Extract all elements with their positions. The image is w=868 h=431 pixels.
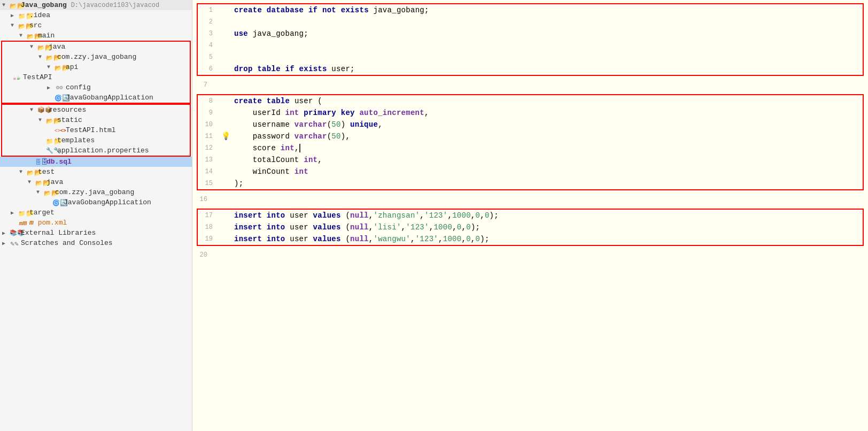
line-number-9: 9: [198, 107, 219, 119]
line-code-content-16[interactable]: [227, 194, 868, 205]
code-line-15: 15);: [198, 178, 863, 189]
code-section-red-8: 8create table user (9 userId int primary…: [197, 94, 864, 190]
tree-label-static: static: [57, 116, 82, 124]
code-section-red-17: 17insert into user values (null,'zhangsa…: [197, 209, 864, 246]
line-number-3: 3: [198, 28, 219, 40]
tree-item-test_java[interactable]: 📂java: [0, 177, 192, 187]
tree-item-test[interactable]: 📂test: [0, 167, 192, 177]
tree-item-db_sql[interactable]: 🗄db.sql: [0, 157, 192, 167]
line-code-content-6[interactable]: drop table if exists user;: [232, 63, 863, 75]
tree-item-test_com_zzy[interactable]: 📂com.zzy.java_gobang: [0, 187, 192, 197]
line-code-content-12[interactable]: score int,​: [232, 142, 863, 154]
tree-arrow-com_zzy[interactable]: [38, 54, 46, 60]
tree-label-idea: .idea: [29, 11, 50, 19]
tree-label-testapi_html: TestAPI.html: [66, 126, 116, 134]
tree-label-test: test: [38, 168, 55, 176]
line-code-content-13[interactable]: totalCount int,: [232, 154, 863, 166]
line-code-content-1[interactable]: create database if not exists java_goban…: [232, 4, 863, 16]
line-code-content-7[interactable]: [227, 79, 868, 91]
line-number-20: 20: [192, 249, 214, 261]
line-number-5: 5: [198, 51, 219, 63]
line-code-content-3[interactable]: use java_gobang;: [232, 28, 863, 40]
tree-arrow-scratches[interactable]: [2, 240, 10, 247]
code-line-6: 6drop table if exists user;: [198, 63, 863, 75]
line-code-content-4[interactable]: [232, 40, 863, 51]
tree-item-templates[interactable]: 📁templates: [2, 135, 190, 145]
tree-label-config: config: [66, 83, 91, 91]
line-code-content-2[interactable]: [232, 16, 863, 28]
tree-arrow-java[interactable]: [30, 44, 37, 50]
tree-item-idea[interactable]: 📁.idea: [0, 10, 192, 20]
tree-arrow-test[interactable]: [19, 169, 27, 175]
bulb-icon[interactable]: 💡: [221, 130, 230, 142]
icon-test_app: 🔄: [52, 199, 62, 206]
tree-label-com_zzy: com.zzy.java_gobang: [57, 53, 136, 61]
file-tree[interactable]: 📂Java_gobang D:\javacode1103\javacod📁.id…: [0, 0, 192, 431]
code-line-17: 17insert into user values (null,'zhangsa…: [198, 210, 863, 221]
code-line-8: 8create table user (: [198, 95, 863, 107]
tree-arrow-root[interactable]: [2, 2, 10, 8]
line-number-17: 17: [198, 210, 219, 221]
tree-item-java[interactable]: 📂java: [2, 42, 190, 52]
icon-testapi_java: ☕: [12, 74, 21, 81]
icon-db_sql: 🗄: [35, 158, 45, 166]
tree-arrow-main[interactable]: [19, 33, 27, 39]
code-line-13: 13 totalCount int,: [198, 154, 863, 166]
tree-arrow-resources[interactable]: [30, 107, 37, 113]
icon-com_zzy: 📂: [46, 53, 56, 61]
icon-app_properties: 🔧: [46, 147, 56, 155]
tree-item-ext_libs[interactable]: 📚External Libraries: [0, 228, 192, 238]
line-number-10: 10: [198, 119, 219, 130]
tree-item-main[interactable]: 📂main: [0, 30, 192, 41]
tree-arrow-idea[interactable]: [11, 12, 18, 19]
icon-config: ⚙: [55, 84, 64, 91]
tree-item-scratches[interactable]: ✎Scratches and Consoles: [0, 238, 192, 248]
tree-arrow-api[interactable]: [47, 64, 55, 70]
tree-arrow-ext_libs[interactable]: [2, 230, 10, 236]
tree-item-testapi_html[interactable]: <>TestAPI.html: [2, 125, 190, 135]
line-code-content-11[interactable]: password varchar(50),: [232, 130, 863, 142]
tree-label-app_properties: application.properties: [57, 147, 149, 155]
tree-item-testapi_java[interactable]: ☕TestAPI: [2, 72, 190, 82]
tree-item-src[interactable]: 📂src: [0, 20, 192, 30]
line-code-content-14[interactable]: winCount int: [232, 166, 863, 178]
line-code-content-20[interactable]: [227, 249, 868, 261]
icon-static: 📂: [46, 117, 56, 124]
line-code-content-10[interactable]: username varchar(50) unique,: [232, 119, 863, 130]
tree-label-main: main: [38, 32, 55, 40]
tree-arrow-config[interactable]: [47, 84, 55, 91]
tree-item-target[interactable]: 📁target: [0, 207, 192, 218]
icon-scratches: ✎: [10, 240, 19, 247]
tree-item-javagobang_app[interactable]: 🔄JavaGobangApplication: [2, 93, 190, 103]
line-number-6: 6: [198, 63, 219, 75]
tree-item-config[interactable]: ⚙config: [2, 82, 190, 93]
code-editor: 1create database if not exists java_goba…: [192, 0, 868, 431]
line-number-8: 8: [198, 95, 219, 107]
tree-label-api: api: [66, 63, 78, 71]
line-code-content-5[interactable]: [232, 51, 863, 63]
tree-item-com_zzy[interactable]: 📂com.zzy.java_gobang: [2, 52, 190, 62]
line-code-content-17[interactable]: insert into user values (null,'zhangsan'…: [232, 210, 863, 221]
tree-arrow-src[interactable]: [11, 22, 18, 28]
tree-item-resources[interactable]: 📦resources: [2, 105, 190, 115]
tree-label-testapi_java: TestAPI: [23, 73, 52, 81]
line-code-content-19[interactable]: insert into user values (null,'wangwu','…: [232, 233, 863, 245]
tree-item-pom_xml[interactable]: mm pom.xml: [0, 218, 192, 228]
line-code-content-15[interactable]: );: [232, 178, 863, 189]
tree-item-test_app[interactable]: 🔄JavaGobangApplication: [0, 197, 192, 207]
tree-arrow-target[interactable]: [11, 210, 18, 216]
code-line-3: 3use java_gobang;: [198, 28, 863, 40]
tree-arrow-static[interactable]: [38, 117, 46, 123]
tree-item-api[interactable]: 📂api: [2, 62, 190, 72]
tree-arrow-test_java[interactable]: [28, 179, 35, 185]
line-code-content-8[interactable]: create table user (: [232, 95, 863, 107]
icon-test_com_zzy: 📂: [44, 189, 53, 196]
icon-test: 📂: [27, 168, 36, 176]
icon-templates: 📁: [46, 137, 56, 144]
line-code-content-18[interactable]: insert into user values (null,'lisi','12…: [232, 221, 863, 233]
tree-arrow-test_com_zzy[interactable]: [36, 189, 44, 195]
tree-item-app_properties[interactable]: 🔧application.properties: [2, 145, 190, 156]
tree-item-root[interactable]: 📂Java_gobang D:\javacode1103\javacod: [0, 0, 192, 10]
tree-item-static[interactable]: 📂static: [2, 115, 190, 125]
line-code-content-9[interactable]: userId int primary key auto_increment,: [232, 107, 863, 119]
